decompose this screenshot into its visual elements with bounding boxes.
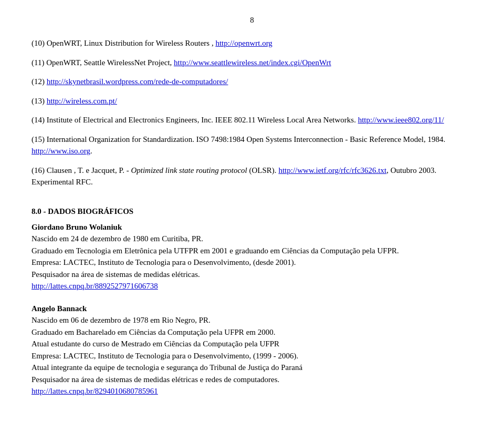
bio-giordano-line1: Nascido em 24 de dezembro de 1980 em Cur… — [32, 233, 472, 245]
section-title: 8.0 - DADOS BIOGRÁFICOS — [32, 207, 472, 216]
bio-giordano-line3: Empresa: LACTEC, Instituto de Tecnologia… — [32, 256, 472, 269]
bio-angelo-line6: Pesquisador na área de sistemas de medid… — [32, 374, 472, 386]
bio-angelo-line1: Nascido em 06 de dezembro de 1978 em Rio… — [32, 314, 472, 326]
reference-12: (12) http://skynetbrasil.wordpress.com/r… — [32, 76, 472, 88]
ref-12-text: (12) — [32, 77, 47, 86]
reference-10: (10) OpenWRT, Linux Distribution for Wir… — [32, 37, 472, 49]
ref-15-link[interactable]: http://www.iso.org — [32, 147, 90, 155]
bio-angelo-link[interactable]: http://lattes.cnpq.br/8294010680785961 — [32, 387, 158, 395]
reference-14: (14) Institute of Electrical and Electro… — [32, 114, 472, 126]
bio-angelo-name: Angelo Bannack — [32, 304, 87, 313]
ref-16-italic: Optimized link state routing protocol — [131, 166, 247, 174]
ref-11-text: (11) OpenWRT, Seattle WirelessNet Projec… — [32, 58, 174, 67]
ref-10-text: (10) OpenWRT, Linux Distribution for Wir… — [32, 39, 215, 47]
bio-angelo-line4: Empresa: LACTEC, Instituto de Tecnologia… — [32, 350, 472, 362]
ref-16-link[interactable]: http://www.ietf.org/rfc/rfc3626.txt — [278, 166, 386, 174]
reference-15: (15) International Organization for Stan… — [32, 133, 472, 157]
ref-16-line2: (OLSR). — [247, 166, 279, 174]
reference-16: (16) Clausen , T. e Jacquet, P. - Optimi… — [32, 165, 472, 188]
ref-10-link[interactable]: http://openwrt.org — [215, 39, 272, 47]
ref-14-link[interactable]: http://www.ieee802.org/11/ — [358, 116, 444, 124]
bio-giordano: Giordano Bruno Wolaniuk Nascido em 24 de… — [32, 221, 472, 292]
ref-11-link[interactable]: http://www.seattlewireless.net/index.cgi… — [174, 58, 331, 67]
bio-giordano-line4: Pesquisador na área de sistemas de medid… — [32, 269, 472, 281]
ref-14-text: (14) Institute of Electrical and Electro… — [32, 116, 358, 124]
references-list: (10) OpenWRT, Linux Distribution for Wir… — [32, 37, 472, 188]
ref-13-link[interactable]: http://wireless.com.pt/ — [47, 97, 117, 105]
bio-angelo-line3: Atual estudante do curso de Mestrado em … — [32, 338, 472, 350]
bio-giordano-link[interactable]: http://lattes.cnpq.br/8892527971606738 — [32, 282, 158, 290]
bio-angelo-line5: Atual integrante da equipe de tecnologia… — [32, 362, 472, 374]
ref-12-link[interactable]: http://skynetbrasil.wordpress.com/rede-d… — [47, 77, 228, 86]
ref-15-line1: (15) International Organization for Stan… — [32, 135, 445, 143]
bio-angelo-line2: Graduado em Bacharelado em Ciências da C… — [32, 326, 472, 338]
ref-15-period: . — [90, 147, 92, 155]
page-number: 8 — [32, 16, 472, 25]
reference-13: (13) http://wireless.com.pt/ — [32, 95, 472, 107]
ref-16-line1: (16) Clausen , T. e Jacquet, P. - — [32, 166, 131, 174]
bio-giordano-line2: Graduado em Tecnologia em Eletrônica pel… — [32, 245, 472, 257]
bio-giordano-name: Giordano Bruno Wolaniuk — [32, 223, 122, 231]
reference-11: (11) OpenWRT, Seattle WirelessNet Projec… — [32, 57, 472, 69]
ref-13-text: (13) — [32, 97, 47, 105]
bio-angelo: Angelo Bannack Nascido em 06 de dezembro… — [32, 303, 472, 397]
